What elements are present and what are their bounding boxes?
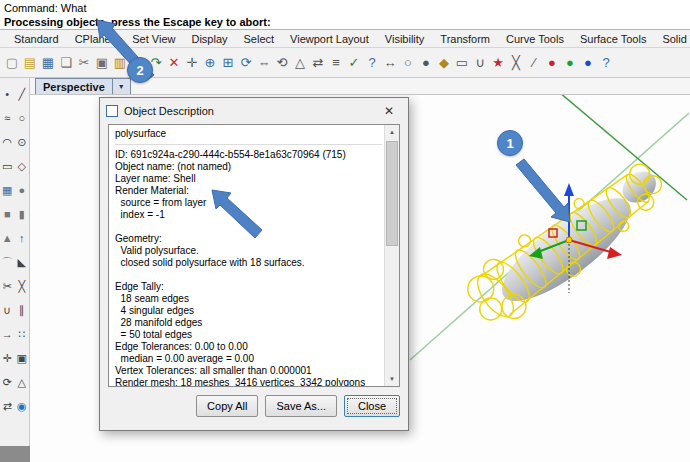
toolbar-tab[interactable]: Solid Tools bbox=[654, 33, 690, 45]
scrollbar-thumb[interactable] bbox=[386, 141, 398, 246]
viewport-tab-dropdown-icon[interactable]: ▼ bbox=[112, 79, 130, 94]
toolbar-tab[interactable]: Transform bbox=[432, 33, 498, 45]
zoom-extents-icon[interactable]: ⊕ bbox=[201, 51, 219, 75]
command-status-line: Processing objects, press the Escape key… bbox=[4, 15, 686, 29]
dialog-titlebar[interactable]: Object Description ✕ bbox=[100, 98, 408, 124]
group-icon[interactable]: ▭ bbox=[453, 51, 471, 75]
object-description-textbox[interactable]: polysurfaceID: 691c924a-c290-444c-b554-8… bbox=[108, 124, 400, 387]
print-icon[interactable]: ❏ bbox=[57, 51, 75, 75]
scroll-up-icon[interactable]: ▲ bbox=[385, 125, 399, 139]
gumball-icon[interactable]: ◉ bbox=[15, 394, 30, 418]
gumball-origin-handle bbox=[566, 237, 572, 243]
polyline-icon[interactable]: ╱ bbox=[15, 82, 30, 106]
join-icon[interactable]: ∪ bbox=[471, 51, 489, 75]
object-description-dialog: Object Description ✕ polysurfaceID: 691c… bbox=[99, 97, 409, 431]
lock-icon[interactable]: ◆ bbox=[435, 51, 453, 75]
object-description-line: Edge Tally: bbox=[115, 281, 382, 293]
object-description-line: Edge Tolerances: 0.00 to 0.00 bbox=[115, 341, 382, 353]
rotate-icon[interactable]: ⟲ bbox=[273, 51, 291, 75]
extrude-icon[interactable]: ↑ bbox=[15, 226, 30, 250]
object-description-line: polysurface bbox=[115, 128, 382, 145]
cut-icon[interactable]: ✂ bbox=[75, 51, 93, 75]
copy-all-button[interactable]: Copy All bbox=[196, 395, 258, 417]
zoom-window-icon[interactable]: ⊞ bbox=[219, 51, 237, 75]
save-file-icon[interactable]: ▦ bbox=[39, 51, 57, 75]
toolbar-tab[interactable]: CPlanes bbox=[67, 33, 125, 45]
mirror-icon[interactable]: ⇄ bbox=[0, 394, 15, 418]
chamfer-icon[interactable]: ◣ bbox=[15, 250, 30, 274]
status-corner-block bbox=[0, 446, 30, 462]
scale-icon[interactable]: △ bbox=[291, 51, 309, 75]
mirror-icon[interactable]: ⇄ bbox=[309, 51, 327, 75]
object-description-line bbox=[115, 221, 382, 233]
array-icon[interactable]: ∷ bbox=[15, 322, 30, 346]
properties-icon[interactable]: ✓ bbox=[345, 51, 363, 75]
pan-icon[interactable]: ✛ bbox=[183, 51, 201, 75]
copy-icon[interactable]: ▣ bbox=[15, 346, 30, 370]
fillet-icon[interactable]: ⌒ bbox=[0, 250, 15, 274]
close-button[interactable]: Close bbox=[344, 395, 400, 417]
extend-icon[interactable]: → bbox=[0, 322, 15, 346]
help-icon[interactable]: ? bbox=[597, 51, 615, 75]
toolbar-tab[interactable]: Surface Tools bbox=[572, 33, 654, 45]
arc-icon[interactable]: ◠ bbox=[0, 130, 15, 154]
toolbar-tab[interactable]: Viewport Layout bbox=[282, 33, 377, 45]
sphere-icon[interactable]: ● bbox=[15, 178, 30, 202]
what-icon[interactable]: ? bbox=[363, 51, 381, 75]
polygon-icon[interactable]: ◇ bbox=[15, 154, 30, 178]
split-icon[interactable]: ∕ bbox=[525, 51, 543, 75]
toolbar-tab[interactable]: Select bbox=[236, 33, 283, 45]
standard-toolbar: ▢▤▦❏✂▣▥↶↷✕✛⊕⊞⟳⇔⟲△⇄≡✓?↔○●◆▭∪★╳∕●●●? bbox=[0, 48, 690, 78]
render-blue-icon[interactable]: ● bbox=[579, 51, 597, 75]
layers-icon[interactable]: ≡ bbox=[327, 51, 345, 75]
dialog-close-icon[interactable]: ✕ bbox=[376, 101, 402, 121]
toolbar-tab[interactable]: Standard bbox=[6, 33, 67, 45]
viewport-tab-perspective[interactable]: Perspective ▼ bbox=[35, 78, 131, 94]
cylinder-icon[interactable]: ▮ bbox=[15, 202, 30, 226]
render-green-icon[interactable]: ● bbox=[561, 51, 579, 75]
scale-icon[interactable]: △ bbox=[15, 370, 30, 394]
ellipse-icon[interactable]: ⊙ bbox=[15, 130, 30, 154]
circle-icon[interactable]: ○ bbox=[15, 106, 30, 130]
rotate-icon[interactable]: ⟳ bbox=[0, 370, 15, 394]
toolbar-tab[interactable]: Curve Tools bbox=[498, 33, 572, 45]
open-file-icon[interactable]: ▤ bbox=[21, 51, 39, 75]
show-icon[interactable]: ● bbox=[417, 51, 435, 75]
rotate-view-icon[interactable]: ⟳ bbox=[237, 51, 255, 75]
toolbar-tab[interactable]: Visibility bbox=[377, 33, 433, 45]
trim-icon[interactable]: ╳ bbox=[507, 51, 525, 75]
offset-icon[interactable]: ∥ bbox=[15, 298, 30, 322]
dialog-scrollbar[interactable]: ▲ ▼ bbox=[384, 125, 399, 386]
object-description-line: Vertex Tolerances: all smaller than 0.00… bbox=[115, 365, 382, 377]
toolbar-tab[interactable]: Set View bbox=[124, 33, 183, 45]
trim-icon[interactable]: ✂ bbox=[0, 274, 15, 298]
rectangle-icon[interactable]: ▭ bbox=[0, 154, 15, 178]
viewport-perspective[interactable]: Object Description ✕ polysurfaceID: 691c… bbox=[30, 95, 690, 462]
curve-icon[interactable]: ≈ bbox=[0, 106, 15, 130]
object-description-line: 18 seam edges bbox=[115, 293, 382, 305]
surface-icon[interactable]: ▦ bbox=[0, 178, 15, 202]
scroll-down-icon[interactable]: ▼ bbox=[385, 372, 399, 386]
viewport-column: Perspective ▼ bbox=[30, 78, 690, 462]
dialog-buttons: Copy AllSave As...Close bbox=[108, 395, 400, 417]
object-description-line: Render Material: bbox=[115, 185, 382, 197]
world-axis-line bbox=[559, 95, 687, 200]
explode-icon[interactable]: ★ bbox=[489, 51, 507, 75]
new-file-icon[interactable]: ▢ bbox=[3, 51, 21, 75]
hide-icon[interactable]: ○ bbox=[399, 51, 417, 75]
toolbar-tab[interactable]: Display bbox=[183, 33, 235, 45]
callout-badge-2: 2 bbox=[127, 57, 153, 83]
cone-icon[interactable]: ▲ bbox=[0, 226, 15, 250]
render-red-icon[interactable]: ● bbox=[543, 51, 561, 75]
save-as-button[interactable]: Save As... bbox=[265, 395, 337, 417]
distance-icon[interactable]: ↔ bbox=[381, 51, 399, 75]
delete-icon[interactable]: ✕ bbox=[165, 51, 183, 75]
split-icon[interactable]: ╳ bbox=[15, 274, 30, 298]
point-icon[interactable]: • bbox=[0, 82, 15, 106]
copy-icon[interactable]: ▣ bbox=[93, 51, 111, 75]
command-input-line[interactable]: Command: What bbox=[4, 2, 686, 15]
move-icon[interactable]: ✛ bbox=[0, 346, 15, 370]
box-icon[interactable]: ■ bbox=[0, 202, 15, 226]
join-icon[interactable]: ∪ bbox=[0, 298, 15, 322]
move-icon[interactable]: ⇔ bbox=[255, 51, 273, 75]
